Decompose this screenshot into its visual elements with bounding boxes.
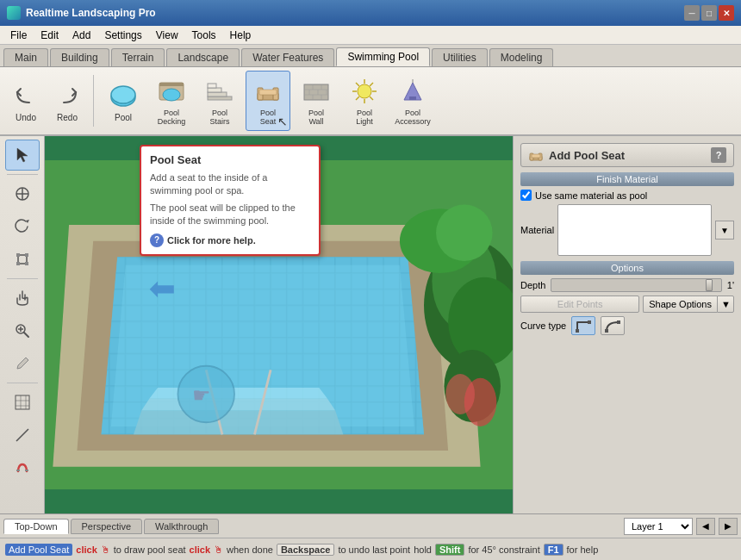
grid-tool-button[interactable] — [5, 387, 40, 418]
measure-tool-button[interactable] — [5, 420, 40, 451]
main-toolbar: Undo Redo Pool Pool Decking — [0, 67, 741, 136]
undo-icon — [10, 80, 41, 111]
pool-light-button[interactable]: Pool Light — [342, 71, 387, 131]
panel-help-button[interactable]: ? — [711, 147, 726, 163]
svg-line-28 — [356, 83, 359, 86]
curve-type-row: Curve type — [520, 316, 734, 335]
statusbar-shift-key: Shift — [435, 544, 464, 556]
menu-settings[interactable]: Settings — [97, 28, 148, 43]
view-tabs: Top-Down Perspective Walkthrough Layer 1… — [0, 513, 741, 538]
menu-view[interactable]: View — [149, 28, 185, 43]
pool-light-icon — [349, 76, 380, 107]
svg-line-54 — [21, 435, 22, 437]
statusbar-key3-desc: for help — [567, 544, 599, 555]
tooltip-popup: Pool Seat Add a seat to the inside of a … — [140, 145, 321, 256]
tab-utilities[interactable]: Utilities — [432, 48, 488, 66]
curve-type-corner-button[interactable] — [571, 316, 595, 335]
menu-tools[interactable]: Tools — [185, 28, 223, 43]
svg-rect-39 — [16, 253, 20, 257]
hand-tool-button[interactable] — [5, 283, 40, 314]
select-tool-button[interactable] — [5, 140, 40, 171]
statusbar-backspace-key: Backspace — [277, 544, 335, 556]
pool-accessory-icon — [397, 76, 428, 107]
layer-prev-button[interactable]: ◀ — [696, 518, 715, 535]
curve-type-smooth-button[interactable] — [601, 316, 625, 335]
svg-rect-47 — [16, 395, 29, 409]
menu-add[interactable]: Add — [65, 28, 97, 43]
statusbar-step1-desc: to draw pool seat — [114, 544, 186, 555]
statusbar-step1: click — [76, 544, 97, 555]
pan-tool-button[interactable] — [5, 178, 40, 209]
scale-tool-button[interactable] — [5, 244, 40, 275]
zoom-tool-button[interactable] — [5, 315, 40, 346]
window-controls: ─ □ ✕ — [684, 5, 734, 21]
menubar: File Edit Add Settings View Tools Help — [0, 26, 741, 45]
svg-point-84 — [436, 205, 493, 262]
pool-wall-icon — [301, 76, 332, 107]
pool-decking-button[interactable]: Pool Decking — [149, 71, 194, 131]
statusbar-hold: hold — [414, 544, 432, 555]
magnet-tool-button[interactable] — [5, 452, 40, 483]
edit-points-button[interactable]: Edit Points — [520, 296, 639, 313]
svg-line-29 — [370, 96, 373, 100]
material-preview-box[interactable] — [557, 204, 712, 256]
pool-accessory-button[interactable]: Pool Accessory — [390, 71, 435, 131]
svg-rect-13 — [304, 84, 328, 100]
svg-point-4 — [163, 89, 180, 101]
viewport[interactable]: ☛ Pool Seat Add a seat to the inside of … — [45, 136, 513, 513]
tab-terrain[interactable]: Terrain — [111, 48, 165, 66]
material-label: Material — [520, 225, 554, 235]
pool-stairs-button[interactable]: Pool Stairs — [197, 71, 242, 131]
view-tab-topdown[interactable]: Top-Down — [3, 519, 69, 534]
tooltip-line1: Add a seat to the inside of a swimming p… — [150, 171, 310, 198]
rotate-tool-button[interactable] — [5, 211, 40, 242]
pool-seat-button[interactable]: Pool Seat ↖ — [246, 71, 290, 131]
shape-options-main-button[interactable]: Shape Options — [643, 296, 717, 313]
view-tab-perspective[interactable]: Perspective — [71, 519, 142, 534]
tab-water-features[interactable]: Water Features — [241, 48, 334, 66]
svg-point-23 — [358, 84, 371, 98]
statusbar-step2-desc: when done — [227, 544, 273, 555]
layer-select[interactable]: Layer 1 — [624, 518, 693, 535]
pool-decking-icon — [156, 76, 187, 107]
use-same-material-text: Use same material as pool — [535, 190, 647, 201]
pencil-tool-button[interactable] — [5, 348, 40, 379]
tab-modeling[interactable]: Modeling — [489, 48, 554, 66]
layer-next-button[interactable]: ▶ — [719, 518, 738, 535]
tab-building[interactable]: Building — [50, 48, 109, 66]
minimize-button[interactable]: ─ — [684, 5, 700, 21]
close-button[interactable]: ✕ — [719, 5, 734, 21]
use-same-material-checkbox[interactable] — [520, 190, 532, 201]
finish-material-label: Finish Material — [520, 172, 734, 186]
undo-button[interactable]: Undo — [7, 71, 45, 131]
redo-button[interactable]: Redo — [48, 71, 86, 131]
svg-line-31 — [356, 96, 359, 100]
help-link-icon: ? — [150, 233, 164, 247]
pool-wall-button[interactable]: Pool Wall — [294, 71, 339, 131]
tab-main[interactable]: Main — [3, 48, 48, 66]
view-tab-walkthrough[interactable]: Walkthrough — [144, 519, 219, 534]
shape-options-arrow-button[interactable]: ▼ — [717, 296, 734, 313]
tooltip-title: Pool Seat — [150, 153, 310, 166]
depth-slider[interactable] — [551, 278, 721, 292]
material-dropdown-button[interactable]: ▼ — [715, 221, 734, 240]
tooltip-line2: The pool seat will be clipped to the ins… — [150, 202, 310, 228]
statusbar-key2-desc: for 45° constraint — [468, 544, 539, 555]
menu-file[interactable]: File — [3, 28, 34, 43]
shape-options-button-group: Shape Options ▼ — [643, 296, 734, 313]
tab-landscape[interactable]: Landscape — [166, 48, 240, 66]
tooltip-help-link[interactable]: ? Click for more help. — [150, 233, 310, 247]
material-field: Material ▼ — [520, 204, 734, 256]
menu-edit[interactable]: Edit — [34, 28, 65, 43]
pool-button[interactable]: Pool — [101, 71, 146, 131]
menu-help[interactable]: Help — [223, 28, 258, 43]
left-toolbar-sep-1 — [7, 174, 38, 175]
tab-swimming-pool[interactable]: Swimming Pool — [336, 47, 430, 66]
toolbar-tabs: Main Building Terrain Landscape Water Fe… — [0, 45, 741, 67]
svg-marker-71 — [150, 388, 327, 398]
svg-point-1 — [111, 86, 135, 103]
depth-thumb — [706, 279, 713, 291]
toolbar-separator-1 — [93, 75, 94, 127]
svg-line-55 — [25, 431, 27, 432]
maximize-button[interactable]: □ — [701, 5, 717, 21]
